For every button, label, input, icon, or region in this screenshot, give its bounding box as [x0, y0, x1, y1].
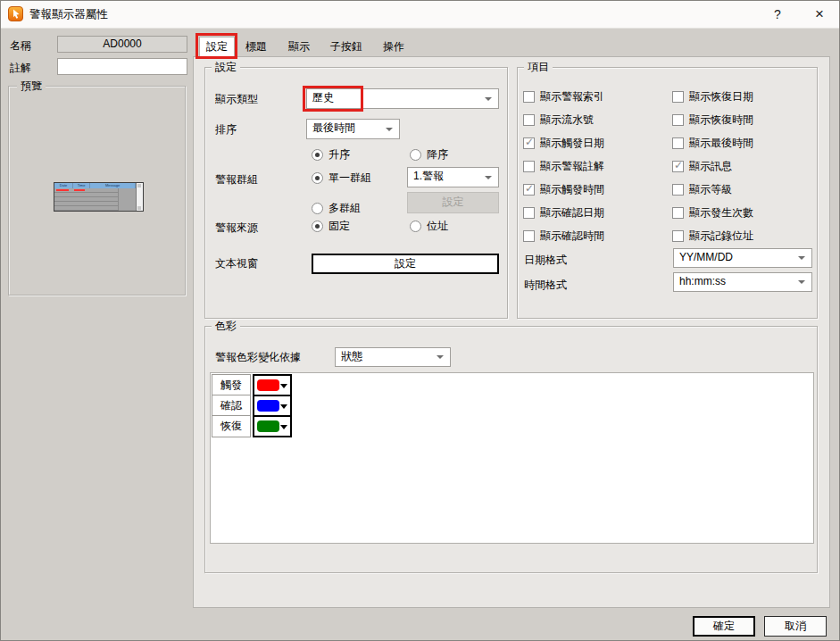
checkbox-label: 顯示觸發日期: [540, 136, 604, 151]
help-button[interactable]: ?: [765, 1, 790, 28]
tab-operation[interactable]: 操作: [376, 37, 412, 55]
recovery-label: 恢復: [212, 415, 251, 437]
color-swatch: [257, 379, 279, 391]
checkbox-label: 顯示警報註解: [540, 159, 604, 174]
sort-label: 排序: [215, 122, 237, 137]
ack-color-picker[interactable]: [253, 395, 292, 417]
source-fixed-radio[interactable]: 固定: [312, 219, 350, 233]
source-address-radio[interactable]: 位址: [410, 219, 448, 233]
checkbox-show-trigger-time[interactable]: 顯示觸發時間: [523, 182, 604, 196]
color-swatch: [257, 420, 279, 432]
sort-descending-radio[interactable]: 降序: [410, 147, 448, 162]
tab-title[interactable]: 標題: [238, 37, 274, 55]
title-bar: 警報顯示器屬性 ? ×: [1, 1, 839, 29]
chevron-down-icon: [280, 384, 287, 388]
alarm-group-select[interactable]: 1.警報: [407, 167, 499, 187]
multi-group-radio[interactable]: 多群組: [312, 201, 361, 215]
recovery-color-picker[interactable]: [253, 415, 292, 437]
text-window-settings-button[interactable]: 設定: [312, 254, 499, 274]
checkbox-show-alarm-comment[interactable]: 顯示警報註解: [523, 159, 604, 173]
checkbox-show-ack-time[interactable]: 顯示確認時間: [523, 229, 604, 243]
checkbox-show-alarm-index[interactable]: 顯示警報索引: [523, 89, 604, 104]
preview-row: [54, 206, 119, 211]
radio-icon[interactable]: [410, 149, 421, 161]
checkbox-icon[interactable]: [523, 137, 535, 149]
checkbox-show-recovery-time[interactable]: 顯示恢復時間: [672, 112, 753, 127]
radio-icon[interactable]: [312, 203, 323, 214]
checkbox-icon[interactable]: [672, 137, 684, 149]
trigger-color-row: 觸發: [212, 375, 292, 396]
address-label: 位址: [427, 219, 448, 234]
ascending-label: 升序: [329, 147, 350, 162]
checkbox-icon[interactable]: [672, 207, 684, 219]
comment-input[interactable]: [57, 58, 187, 75]
checkbox-label: 顯示警報索引: [540, 89, 604, 104]
checkbox-icon[interactable]: [523, 184, 535, 196]
descending-label: 降序: [427, 147, 448, 162]
checkbox-icon[interactable]: [523, 161, 535, 172]
checkbox-icon[interactable]: [672, 114, 684, 126]
checkbox-label: 顯示恢復日期: [689, 89, 753, 104]
time-format-select[interactable]: hh:mm:ss: [673, 272, 812, 292]
settings-legend: 設定: [212, 61, 240, 74]
radio-icon[interactable]: [312, 172, 323, 184]
window-title: 警報顯示器屬性: [29, 1, 108, 28]
checkbox-show-recovery-date[interactable]: 顯示恢復日期: [672, 89, 753, 104]
checkbox-show-occurrence-count[interactable]: 顯示發生次數: [672, 205, 753, 220]
checkbox-show-last-time[interactable]: 顯示最後時間: [672, 136, 753, 150]
single-group-radio[interactable]: 單一群組: [312, 171, 371, 185]
name-field: AD0000: [57, 36, 187, 53]
ok-button[interactable]: 確定: [693, 616, 755, 637]
checkbox-icon[interactable]: [523, 114, 535, 126]
checkbox-show-message[interactable]: 顯示訊息: [672, 159, 732, 173]
checkbox-label: 顯示記錄位址: [689, 229, 753, 244]
tab-display[interactable]: 顯示: [281, 37, 317, 55]
preview-scrollbar: [136, 183, 143, 211]
chevron-down-icon: [280, 425, 287, 429]
preview-table-rows: [54, 188, 119, 211]
checkbox-show-record-address[interactable]: 顯示記錄位址: [672, 229, 753, 243]
checkbox-icon[interactable]: [672, 161, 684, 172]
checkbox-show-ack-date[interactable]: 顯示確認日期: [523, 205, 604, 220]
cancel-button[interactable]: 取消: [764, 616, 827, 637]
date-format-select[interactable]: YY/MM/DD: [673, 248, 812, 268]
sort-ascending-radio[interactable]: 升序: [312, 147, 350, 162]
tab-subbuttons[interactable]: 子按鈕: [322, 37, 370, 55]
color-basis-select[interactable]: 狀態: [335, 347, 451, 367]
chevron-down-icon: [798, 256, 805, 260]
radio-icon[interactable]: [312, 149, 323, 161]
checkbox-label: 顯示發生次數: [689, 205, 753, 221]
alarm-group-label: 警報群組: [215, 172, 258, 187]
recovery-color-row: 恢復: [212, 416, 292, 437]
checkbox-label: 顯示恢復時間: [689, 112, 753, 128]
checkbox-icon[interactable]: [523, 207, 535, 219]
multi-group-label: 多群組: [329, 201, 361, 216]
date-format-value: YY/MM/DD: [679, 251, 733, 263]
single-group-label: 單一群組: [329, 171, 371, 186]
chevron-down-icon: [280, 404, 287, 409]
ack-color-row: 確認: [212, 395, 292, 417]
display-type-select[interactable]: 歷史: [306, 88, 499, 109]
sort-select[interactable]: 最後時間: [306, 119, 400, 139]
trigger-color-picker[interactable]: [253, 374, 292, 396]
close-button[interactable]: ×: [805, 1, 834, 28]
checkbox-show-trigger-date[interactable]: 顯示觸發日期: [523, 136, 604, 150]
tab-settings[interactable]: 設定: [199, 37, 235, 57]
radio-icon[interactable]: [312, 221, 323, 232]
checkbox-icon[interactable]: [672, 230, 684, 242]
checkbox-label: 顯示觸發時間: [540, 182, 604, 197]
app-icon: [8, 6, 23, 21]
checkbox-icon[interactable]: [672, 91, 684, 103]
checkbox-label: 顯示確認日期: [540, 205, 604, 221]
checkbox-show-level[interactable]: 顯示等級: [672, 182, 732, 196]
checkbox-icon[interactable]: [523, 230, 535, 242]
checkbox-show-serial-number[interactable]: 顯示流水號: [523, 112, 594, 127]
checkbox-icon[interactable]: [672, 184, 684, 196]
name-label: 名稱: [10, 38, 31, 53]
chevron-down-icon: [798, 280, 805, 284]
checkbox-label: 顯示訊息: [689, 159, 732, 174]
color-legend: 色彩: [212, 320, 240, 333]
radio-icon[interactable]: [410, 221, 421, 232]
alarm-group-value: 1.警報: [413, 170, 444, 182]
checkbox-icon[interactable]: [523, 91, 535, 103]
